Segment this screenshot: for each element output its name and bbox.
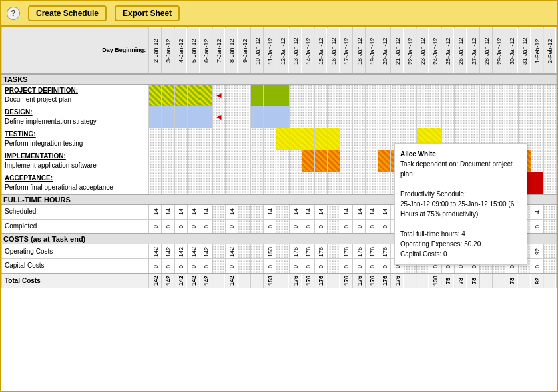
task-desc-2: Define implementation strategy [5,117,146,126]
day-header-22: 23-Jan-12 [416,27,429,74]
day-header-27: 28-Jan-12 [480,27,493,74]
capital-costs-label: Capital Costs [2,259,149,274]
task-category-5: ACCEPTANCE: [5,174,146,183]
day-header-6: 7-Jan-12 [212,27,225,74]
task-desc-3: Perform integration testing [5,139,146,148]
task-category-2: DESIGN: [5,108,146,117]
tooltip-total-hours: Total full-time hours: 4 [400,230,465,238]
day-header-28: 29-Jan-12 [493,27,505,74]
task-name-testing: TESTING: Perform integration testing [2,128,149,150]
day-header-15: 16-Jan-12 [327,27,340,74]
tasks-section-header: TASKS [2,74,557,85]
day-header-30: 31-Jan-12 [518,27,531,74]
task-name-project-definition: PROJECT DEFINITION: Document project pla… [2,84,149,106]
tooltip-op-expenses: Operating Expenses: 50.20 [400,240,481,248]
day-header-14: 15-Jan-12 [314,27,327,74]
day-header-26: 27-Jan-12 [467,27,480,74]
day-header-29: 30-Jan-12 [505,27,518,74]
total-costs-row: Total Costs 142 142 142 142 142 142 153 … [2,274,557,288]
task-row-project-definition: PROJECT DEFINITION: Document project pla… [2,84,557,106]
day-header-23: 24-Jan-12 [429,27,441,74]
day-header-7: 8-Jan-12 [225,27,238,74]
tasks-header-label: TASKS [2,74,557,85]
export-sheet-button[interactable]: Export Sheet [115,5,180,21]
task-desc-4: Implement application software [5,161,146,170]
day-beginning-row: Day Beginning: 2-Jan-12 3-Jan-12 4-Jan-1… [2,27,557,74]
gantt-cell-pd-3 [174,84,187,106]
day-header-21: 22-Jan-12 [404,27,416,74]
completed-label: Completed [2,219,149,234]
task-category-1: PROJECT DEFINITION: [5,86,146,95]
day-header-2: 3-Jan-12 [162,27,174,74]
gantt-cell-pd-1 [149,84,162,106]
day-header-18: 19-Jan-12 [366,27,378,74]
tooltip-schedule-detail: 25-Jan-12 09:00 to 25-Jan-12 15:00 (6 Ho… [400,200,514,218]
day-header-9: 10-Jan-12 [251,27,264,74]
operating-costs-label: Operating Costs [2,244,149,259]
toolbar: ? Create Schedule Export Sheet [1,1,557,27]
day-header-31: 1-Feb-12 [531,27,543,74]
day-header-1: 2-Jan-12 [149,27,162,74]
day-header-12: 13-Jan-12 [289,27,302,74]
tooltip-name: Alice White [400,150,436,158]
day-header-17: 18-Jan-12 [353,27,366,74]
day-beginning-label: Day Beginning: [2,27,149,74]
task-desc-1: Document project plan [5,95,146,104]
total-costs-label: Total Costs [2,274,149,288]
task-desc-5: Perform final operational acceptance [5,183,146,192]
task-name-implementation: IMPLEMENTATION: Implement application so… [2,150,149,172]
day-header-25: 26-Jan-12 [454,27,467,74]
gantt-cell-pd-5 [200,84,212,106]
task-category-4: IMPLEMENTATION: [5,152,146,161]
day-header-32: 2-Feb-12 [543,27,556,74]
task-name-acceptance: ACCEPTANCE: Perform final operational ac… [2,172,149,194]
day-header-4: 5-Jan-12 [187,27,200,74]
day-header-24: 25-Jan-12 [441,27,454,74]
task-name-design: DESIGN: Define implementation strategy [2,106,149,128]
task-tooltip: Alice White Task dependent on: Document … [394,143,527,265]
task-row-design: DESIGN: Define implementation strategy ◄ [2,106,557,128]
gantt-cell-pd-2 [162,84,174,106]
day-header-16: 17-Jan-12 [340,27,352,74]
task-category-3: TESTING: [5,130,146,139]
day-header-10: 11-Jan-12 [264,27,276,74]
scheduled-label: Scheduled [2,204,149,219]
day-header-20: 21-Jan-12 [391,27,404,74]
day-header-13: 14-Jan-12 [302,27,314,74]
day-header-5: 6-Jan-12 [200,27,212,74]
tooltip-task-dependent: Task dependent on: Document project plan [400,160,512,178]
tooltip-capital-costs: Capital Costs: 0 [400,250,447,258]
day-header-11: 12-Jan-12 [276,27,289,74]
day-header-19: 20-Jan-12 [378,27,391,74]
day-header-8: 9-Jan-12 [238,27,251,74]
create-schedule-button[interactable]: Create Schedule [28,5,107,21]
gantt-cell-pd-4 [187,84,200,106]
day-header-3: 4-Jan-12 [174,27,187,74]
tooltip-productivity-label: Productivity Schedule: [400,190,466,198]
help-button[interactable]: ? [7,7,20,20]
